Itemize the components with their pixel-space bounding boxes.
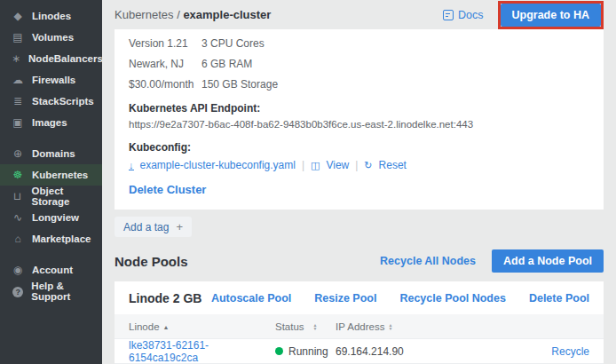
sidebar-item-nodebalancers[interactable]: ∗ NodeBalancers bbox=[0, 48, 102, 69]
sidebar-item-label: Linodes bbox=[32, 11, 71, 21]
view-link[interactable]: View bbox=[326, 159, 349, 171]
firewalls-icon: ☁ bbox=[12, 74, 24, 86]
sidebar: ◆ Linodes ▤ Volumes ∗ NodeBalancers ☁ Fi… bbox=[0, 0, 102, 364]
cluster-specs: Version 1.21 3 CPU Cores Newark, NJ 6 GB… bbox=[129, 37, 342, 91]
reset-link[interactable]: Reset bbox=[379, 159, 407, 171]
ip-address: 69.164.214.90 bbox=[336, 345, 551, 358]
api-endpoint-url: https://9e2a7307-b6ac-408f-ba62-9483b0b3… bbox=[129, 119, 589, 130]
images-icon: ▣ bbox=[12, 116, 24, 129]
sidebar-item-label: Domains bbox=[32, 148, 75, 159]
sidebar-item-marketplace[interactable]: ⌂ Marketplace bbox=[0, 228, 102, 249]
spec-price: $30.00/month bbox=[129, 78, 201, 91]
delete-cluster-button[interactable]: Delete Cluster bbox=[129, 183, 206, 196]
recycle-node-link[interactable]: Recycle bbox=[551, 345, 589, 358]
sidebar-item-account[interactable]: ◉ Account bbox=[0, 259, 102, 281]
sort-icon[interactable]: ▲▼ bbox=[313, 323, 318, 330]
breadcrumb-section[interactable]: Kubernetes bbox=[115, 8, 174, 21]
marketplace-icon: ⌂ bbox=[12, 233, 24, 245]
sidebar-item-stackscripts[interactable]: ≣ StackScripts bbox=[0, 91, 102, 112]
column-ip-address[interactable]: IP Address bbox=[336, 321, 384, 332]
sidebar-item-domains[interactable]: ⊕ Domains bbox=[0, 143, 102, 164]
docs-link[interactable]: Docs bbox=[443, 9, 483, 21]
separator: | bbox=[355, 159, 358, 171]
sort-icon[interactable]: ▲▼ bbox=[388, 323, 392, 330]
sidebar-divider bbox=[0, 249, 102, 259]
kubeconfig-label: Kubeconfig: bbox=[129, 141, 589, 154]
api-endpoint-label: Kubernetes API Endpoint: bbox=[129, 102, 589, 115]
nodebalancers-icon: ∗ bbox=[12, 52, 20, 65]
node-pool-panel: Linode 2 GB Autoscale Pool Resize Pool R… bbox=[115, 281, 604, 364]
pool-name: Linode 2 GB bbox=[129, 291, 211, 305]
sidebar-item-volumes[interactable]: ▤ Volumes bbox=[0, 27, 102, 48]
sidebar-item-label: Images bbox=[32, 117, 67, 128]
docs-icon bbox=[443, 10, 454, 20]
pool-actions: Autoscale Pool Resize Pool Recycle Pool … bbox=[211, 292, 589, 305]
table-row: lke38731-62161-6154ca19c2ca Running 69.1… bbox=[115, 338, 604, 363]
add-tag-button[interactable]: Add a tag + bbox=[115, 217, 192, 237]
reset-icon[interactable]: ↻ bbox=[364, 160, 372, 171]
add-tag-label: Add a tag bbox=[123, 221, 169, 233]
spec-ram: 6 GB RAM bbox=[201, 58, 342, 70]
annotation-highlight: Upgrade to HA bbox=[498, 1, 604, 29]
sidebar-item-label: Marketplace bbox=[32, 233, 91, 244]
sidebar-item-kubernetes[interactable]: ☸ Kubernetes bbox=[0, 164, 102, 186]
separator: | bbox=[302, 159, 304, 171]
sidebar-item-help-support[interactable]: ? Help & Support bbox=[0, 281, 102, 302]
spec-cpu: 3 CPU Cores bbox=[201, 37, 342, 50]
column-linode[interactable]: Linode bbox=[129, 321, 160, 332]
page-header: Kubernetes / example-cluster Docs Upgrad… bbox=[102, 0, 616, 29]
cluster-summary-panel: Version 1.21 3 CPU Cores Newark, NJ 6 GB… bbox=[115, 29, 604, 210]
delete-pool-link[interactable]: Delete Pool bbox=[529, 292, 589, 305]
breadcrumb-separator: / bbox=[177, 8, 180, 21]
sidebar-item-label: Account bbox=[32, 265, 73, 275]
sidebar-item-label: NodeBalancers bbox=[28, 53, 103, 64]
table-header: Linode▲ Status▲▼ IP Address▲▼ bbox=[115, 314, 604, 338]
linodes-icon: ◆ bbox=[12, 10, 24, 22]
upgrade-to-ha-button[interactable]: Upgrade to HA bbox=[501, 4, 602, 27]
kubeconfig-file-link[interactable]: example-cluster-kubeconfig.yaml bbox=[140, 159, 296, 171]
plus-icon: + bbox=[176, 220, 183, 233]
add-node-pool-button[interactable]: Add a Node Pool bbox=[492, 249, 604, 273]
download-icon[interactable]: ↓ bbox=[129, 161, 134, 170]
sidebar-item-label: Firewalls bbox=[32, 75, 75, 85]
sidebar-item-label: Longview bbox=[32, 212, 79, 223]
column-status[interactable]: Status bbox=[275, 321, 304, 332]
sidebar-item-label: StackScripts bbox=[32, 96, 94, 107]
main-content: Kubernetes / example-cluster Docs Upgrad… bbox=[102, 0, 616, 364]
object-storage-icon: ⊔ bbox=[12, 190, 24, 202]
status-text: Running bbox=[288, 345, 328, 358]
sidebar-item-longview[interactable]: ∿ Longview bbox=[0, 207, 102, 228]
resize-pool-link[interactable]: Resize Pool bbox=[314, 292, 376, 305]
account-icon: ◉ bbox=[12, 264, 24, 276]
help-icon: ? bbox=[12, 287, 23, 297]
sidebar-item-label: Object Storage bbox=[32, 186, 102, 207]
recycle-pool-nodes-link[interactable]: Recycle Pool Nodes bbox=[399, 292, 506, 305]
node-link[interactable]: lke38731-62161-6154ca19c2ca bbox=[129, 339, 209, 364]
sort-asc-icon[interactable]: ▲ bbox=[163, 324, 170, 330]
recycle-all-nodes-link[interactable]: Recycle All Nodes bbox=[380, 255, 476, 267]
sidebar-item-firewalls[interactable]: ☁ Firewalls bbox=[0, 69, 102, 91]
sidebar-divider bbox=[0, 133, 102, 143]
view-icon[interactable]: ◫ bbox=[311, 160, 320, 171]
stackscripts-icon: ≣ bbox=[12, 95, 24, 107]
autoscale-pool-link[interactable]: Autoscale Pool bbox=[211, 292, 291, 305]
status-dot-running bbox=[275, 347, 283, 355]
breadcrumb-current: example-cluster bbox=[183, 8, 271, 21]
kubeconfig-actions: ↓ example-cluster-kubeconfig.yaml | ◫ Vi… bbox=[129, 159, 589, 171]
sidebar-item-label: Kubernetes bbox=[32, 170, 88, 180]
docs-label: Docs bbox=[458, 9, 483, 21]
spec-region: Newark, NJ bbox=[129, 58, 201, 70]
domains-icon: ⊕ bbox=[12, 147, 24, 160]
spec-version: Version 1.21 bbox=[129, 37, 201, 50]
kubernetes-icon: ☸ bbox=[12, 169, 24, 181]
breadcrumb: Kubernetes / example-cluster bbox=[115, 8, 443, 21]
pool-header: Linode 2 GB Autoscale Pool Resize Pool R… bbox=[115, 281, 604, 314]
sidebar-item-images[interactable]: ▣ Images bbox=[0, 112, 102, 133]
spec-storage: 150 GB Storage bbox=[201, 78, 342, 91]
sidebar-item-label: Volumes bbox=[32, 32, 74, 43]
longview-icon: ∿ bbox=[12, 211, 24, 224]
sidebar-item-object-storage[interactable]: ⊔ Object Storage bbox=[0, 186, 102, 207]
sidebar-item-linodes[interactable]: ◆ Linodes bbox=[0, 5, 102, 27]
node-pools-header: Node Pools Recycle All Nodes Add a Node … bbox=[115, 249, 604, 273]
volumes-icon: ▤ bbox=[12, 31, 24, 44]
